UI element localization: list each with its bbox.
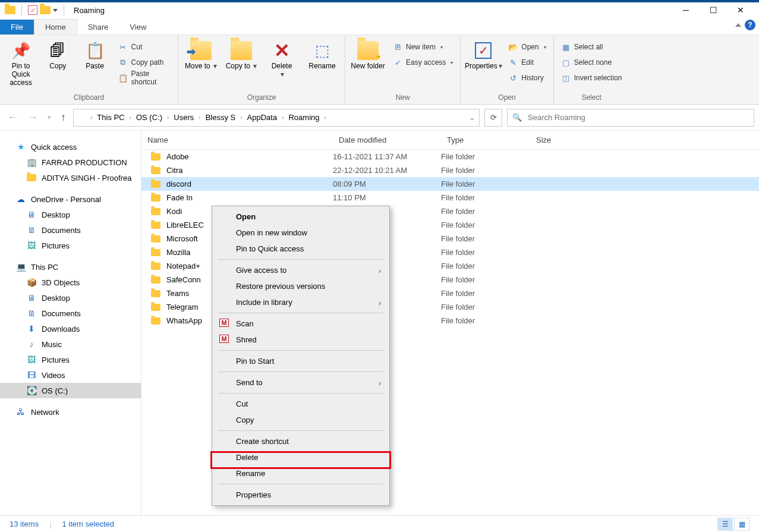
- qa-properties-icon[interactable]: ✓: [28, 5, 37, 15]
- history-button[interactable]: ↺History: [506, 71, 548, 85]
- ctx-pin-quick-access[interactable]: Pin to Quick access: [213, 241, 388, 257]
- cut-button[interactable]: ✂Cut: [116, 40, 173, 54]
- details-view-button[interactable]: ☰: [717, 518, 733, 531]
- sidebar-network[interactable]: 🖧Network: [0, 404, 141, 420]
- back-button[interactable]: ←: [5, 109, 20, 126]
- new-folder-icon: ✦: [357, 40, 379, 61]
- rename-icon: ⬚: [311, 40, 333, 61]
- ctx-shred[interactable]: MShred: [213, 332, 388, 348]
- forward-button[interactable]: →: [25, 109, 40, 126]
- sidebar-onedrive[interactable]: ☁OneDrive - Personal: [0, 191, 141, 207]
- address-bar[interactable]: › This PC› OS (C:)› Users› Blessy S› App…: [73, 109, 480, 127]
- sidebar-od-desktop[interactable]: 🖥Desktop: [0, 207, 141, 222]
- qa-folder-icon[interactable]: [40, 6, 51, 14]
- highlight-annotation: [210, 451, 391, 469]
- crumb-os-c[interactable]: OS (C:): [134, 113, 165, 122]
- maximize-button[interactable]: ☐: [700, 1, 727, 19]
- copy-to-button[interactable]: Copy to ▾: [223, 37, 259, 71]
- home-tab[interactable]: Home: [34, 19, 77, 34]
- sidebar-od-documents[interactable]: 🗎Documents: [0, 222, 141, 238]
- crumb-user[interactable]: Blessy S: [203, 113, 238, 122]
- ctx-send-to[interactable]: Send to›: [213, 374, 388, 391]
- share-tab[interactable]: Share: [77, 20, 119, 34]
- sidebar-quick-access[interactable]: ★Quick access: [0, 139, 141, 155]
- file-row[interactable]: Citra22-12-2021 10:21 AMFile folder: [141, 163, 759, 177]
- file-type: File folder: [441, 248, 530, 257]
- sidebar-music[interactable]: ♪Music: [0, 336, 141, 352]
- crumb-appdata[interactable]: AppData: [245, 113, 280, 122]
- sidebar-farrad[interactable]: 🏢FARRAD PRODUCTION: [0, 155, 141, 170]
- edit-button[interactable]: ✎Edit: [506, 55, 548, 70]
- move-to-button[interactable]: ➡ Move to ▾: [183, 37, 219, 71]
- select-all-button[interactable]: ▦Select all: [559, 40, 625, 54]
- ctx-include-library[interactable]: Include in library›: [213, 294, 388, 310]
- sidebar-documents[interactable]: 🗎Documents: [0, 306, 141, 321]
- col-date[interactable]: Date modified: [333, 131, 441, 149]
- file-name: Fade In: [166, 193, 193, 202]
- col-type[interactable]: Type: [441, 131, 530, 149]
- ctx-restore[interactable]: Restore previous versions: [213, 278, 388, 294]
- invert-selection-button[interactable]: ◫Invert selection: [559, 71, 625, 85]
- help-button[interactable]: ?: [745, 20, 755, 30]
- up-button[interactable]: ↑: [58, 109, 68, 126]
- qa-dropdown-icon[interactable]: [53, 9, 58, 12]
- pin-quick-access-button[interactable]: 📌 Pin to Quick access: [5, 37, 37, 87]
- sidebar-od-pictures[interactable]: 🖼Pictures: [0, 238, 141, 253]
- sidebar-this-pc[interactable]: 💻This PC: [0, 259, 141, 275]
- open-button[interactable]: 📂Open▾: [506, 40, 548, 54]
- ctx-scan[interactable]: MScan: [213, 316, 388, 332]
- sidebar-desktop[interactable]: 🖥Desktop: [0, 290, 141, 306]
- select-none-icon: ▢: [561, 58, 571, 67]
- ctx-open[interactable]: Open: [213, 209, 388, 225]
- new-item-button[interactable]: 🖹New item▾: [390, 40, 455, 54]
- recent-locations-button[interactable]: ▾: [45, 111, 53, 124]
- ctx-create-shortcut[interactable]: Create shortcut: [213, 433, 388, 449]
- refresh-button[interactable]: ⟳: [484, 109, 502, 127]
- copy-button[interactable]: 🗐 Copy: [42, 37, 74, 71]
- delete-button[interactable]: ✕ Delete▾: [264, 37, 300, 79]
- ctx-properties[interactable]: Properties: [213, 487, 388, 503]
- collapse-ribbon-icon[interactable]: [735, 23, 741, 27]
- sidebar-os-c[interactable]: 💽OS (C:): [0, 383, 141, 398]
- search-box[interactable]: 🔍: [507, 109, 754, 127]
- paste-button[interactable]: 📋 Paste: [78, 37, 111, 71]
- copy-path-button[interactable]: ⧉Copy path: [116, 55, 173, 70]
- ctx-pin-start[interactable]: Pin to Start: [213, 353, 388, 369]
- new-folder-button[interactable]: ✦ New folder: [350, 37, 386, 71]
- crumb-users[interactable]: Users: [171, 113, 196, 122]
- view-tab[interactable]: View: [119, 20, 157, 34]
- chevron-right-icon[interactable]: ›: [89, 114, 93, 121]
- search-icon: 🔍: [512, 113, 522, 122]
- file-row[interactable]: discord08:09 PMFile folder: [141, 177, 759, 191]
- minimize-button[interactable]: ─: [672, 1, 700, 19]
- address-dropdown-icon[interactable]: ⌄: [469, 113, 475, 122]
- sidebar-videos[interactable]: 🎞Videos: [0, 367, 141, 383]
- documents-icon: 🗎: [26, 225, 37, 235]
- easy-access-button[interactable]: ✓Easy access▾: [390, 55, 455, 70]
- crumb-roaming[interactable]: Roaming: [286, 113, 322, 122]
- ctx-give-access[interactable]: Give access to›: [213, 262, 388, 278]
- status-item-count: 13 items: [10, 520, 39, 528]
- sidebar-downloads[interactable]: ⬇Downloads: [0, 321, 141, 336]
- col-name[interactable]: Name: [141, 131, 333, 149]
- chevron-right-icon: ›: [379, 378, 381, 387]
- close-button[interactable]: ✕: [727, 1, 754, 19]
- paste-shortcut-button[interactable]: 📋Paste shortcut: [116, 71, 173, 85]
- file-row[interactable]: Fade In11:10 PMFile folder: [141, 191, 759, 204]
- select-group: ▦Select all ▢Select none ◫Invert selecti…: [554, 35, 629, 104]
- thumbnails-view-button[interactable]: ▦: [734, 518, 749, 531]
- sidebar-pictures[interactable]: 🖼Pictures: [0, 352, 141, 367]
- search-input[interactable]: [527, 112, 749, 122]
- rename-button[interactable]: ⬚ Rename: [304, 37, 340, 71]
- ctx-copy[interactable]: Copy: [213, 412, 388, 428]
- crumb-this-pc[interactable]: This PC: [95, 113, 127, 122]
- file-tab[interactable]: File: [0, 20, 34, 34]
- col-size[interactable]: Size: [530, 131, 596, 149]
- sidebar-aditya[interactable]: ADITYA SINGH - Proofrea: [0, 170, 141, 185]
- sidebar-3d[interactable]: 📦3D Objects: [0, 275, 141, 290]
- select-none-button[interactable]: ▢Select none: [559, 55, 625, 70]
- ctx-cut[interactable]: Cut: [213, 396, 388, 412]
- ctx-open-new-window[interactable]: Open in new window: [213, 225, 388, 241]
- file-row[interactable]: Adobe16-11-2021 11:37 AMFile folder: [141, 150, 759, 163]
- properties-button[interactable]: ✓ Properties▾: [465, 37, 501, 71]
